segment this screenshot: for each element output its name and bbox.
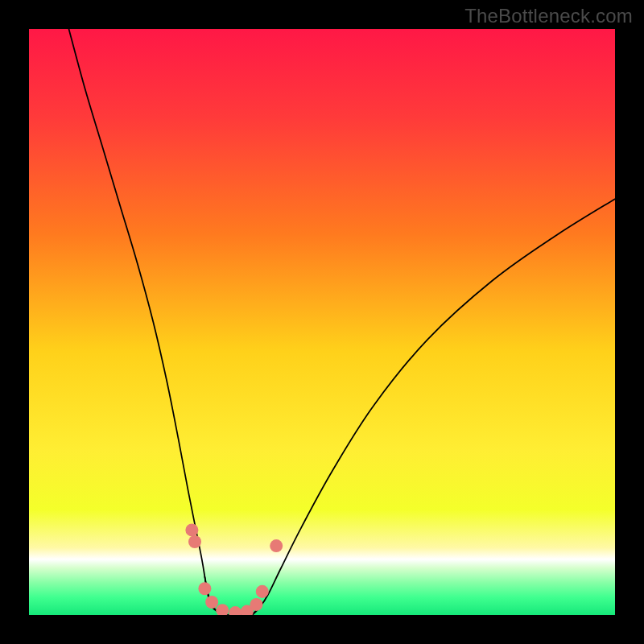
marker-point	[198, 582, 211, 595]
chart-frame: TheBottleneck.com	[0, 0, 644, 644]
marker-point	[250, 598, 262, 611]
chart-svg	[29, 29, 615, 615]
marker-point	[205, 596, 218, 609]
marker-point	[256, 585, 269, 598]
marker-point	[270, 539, 283, 552]
marker-point	[185, 523, 198, 536]
marker-point	[188, 535, 201, 548]
watermark-label: TheBottleneck.com	[464, 5, 633, 27]
gradient-bg	[29, 29, 615, 615]
plot-area	[29, 29, 615, 615]
